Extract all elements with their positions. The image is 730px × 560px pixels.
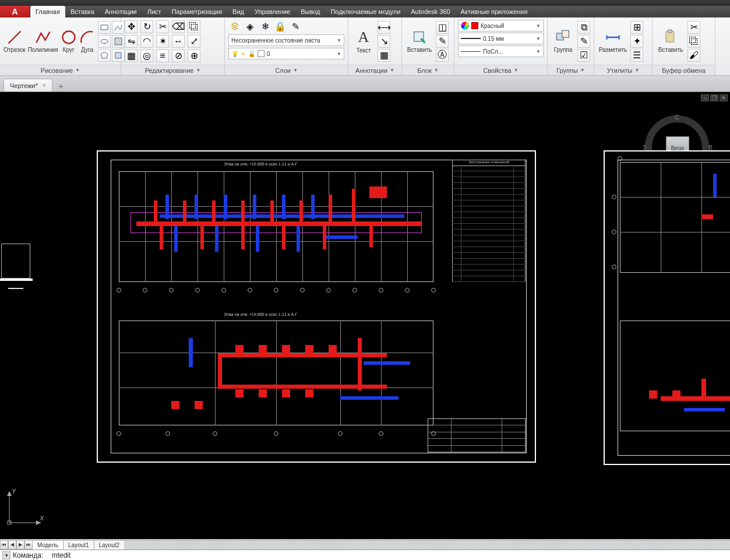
color-combo[interactable]: Красный▼ xyxy=(458,20,544,31)
menu-annotations[interactable]: Аннотации xyxy=(100,6,142,17)
lineweight-combo[interactable]: 0.15 мм▼ xyxy=(458,33,544,44)
mdi-min-icon[interactable]: – xyxy=(701,94,709,101)
menu-sheet[interactable]: Лист xyxy=(142,6,167,17)
floor-plan-upper: Этаж на отм. +16.000 в осях 1-11 и А-Г xyxy=(119,171,433,282)
break-icon[interactable]: ⊘ xyxy=(172,50,185,62)
array-icon[interactable]: ▦ xyxy=(125,50,137,62)
command-line[interactable]: ▾ Команда: mtedit xyxy=(0,550,730,560)
viewcube-west[interactable]: З xyxy=(643,145,646,151)
mdi-close-icon[interactable]: ✕ xyxy=(720,94,728,101)
line-button[interactable]: Отрезок xyxy=(3,21,26,62)
layer-props-icon[interactable] xyxy=(228,20,241,33)
tab-last-icon[interactable]: ⏭ xyxy=(24,540,33,550)
offset-icon[interactable]: ◎ xyxy=(140,50,153,62)
rect-icon[interactable] xyxy=(98,21,111,34)
title-block xyxy=(428,418,527,453)
tab-prev-icon[interactable]: ◀ xyxy=(8,540,16,550)
block-create-icon[interactable]: ◫ xyxy=(436,21,449,34)
insert-block-button[interactable]: Вставить xyxy=(405,21,433,62)
polyline-button[interactable]: Полилиния xyxy=(28,21,58,62)
move-icon[interactable]: ✥ xyxy=(125,20,137,33)
stretch-icon[interactable]: ↔ xyxy=(172,35,185,48)
layer-freeze-icon[interactable]: ❄ xyxy=(259,20,271,33)
menu-view[interactable]: Вид xyxy=(227,6,249,17)
model-viewport[interactable]: – ❐ ✕ Верх С Ю З В МСК ◎ ✋ 🔍 ⟲ ▤ Эксплик… xyxy=(0,92,730,539)
dim-linear-icon[interactable]: ⟷ xyxy=(378,21,390,34)
paste-button[interactable]: Вставить xyxy=(656,21,685,62)
arc-button[interactable]: Дуга xyxy=(79,21,96,62)
text-label: Текст xyxy=(356,47,371,54)
layer-state-combo[interactable]: Несохраненное состояние листа▼ xyxy=(228,34,344,46)
layer-match-icon[interactable]: ✎ xyxy=(289,20,302,33)
menu-active-apps[interactable]: Активные приложения xyxy=(456,6,533,17)
util-3-icon[interactable]: ☰ xyxy=(630,49,643,62)
block-edit-icon[interactable]: ✎ xyxy=(436,35,449,48)
group-sel-icon[interactable]: ☑ xyxy=(577,49,590,62)
panel-draw-title[interactable]: Рисование▼ xyxy=(0,65,121,75)
panel-layers-title[interactable]: Слои▼ xyxy=(225,65,348,75)
tab-layout2[interactable]: Layout2 xyxy=(94,540,125,550)
text-button[interactable]: AТекст xyxy=(352,21,375,62)
tab-layout1[interactable]: Layout1 xyxy=(63,540,94,550)
group-button[interactable]: Группа xyxy=(551,21,575,62)
menu-home[interactable]: Главная xyxy=(30,6,65,17)
panel-modify-title[interactable]: Редактирование▼ xyxy=(121,65,224,75)
menu-manage[interactable]: Управление xyxy=(249,6,295,17)
measure-button[interactable]: Разметить xyxy=(598,21,628,62)
tab-model[interactable]: Модель xyxy=(32,540,64,550)
copy-icon[interactable]: ⿻ xyxy=(188,20,200,33)
layer-lock-icon[interactable]: 🔒 xyxy=(274,20,287,33)
layer-current-combo[interactable]: 💡☀🔓0 ▼ xyxy=(228,48,344,59)
cut-icon[interactable]: ✂ xyxy=(687,21,700,34)
leader-icon[interactable]: ↘ xyxy=(378,35,390,48)
copy-clip-icon[interactable]: ⿻ xyxy=(687,35,700,48)
ellipse-icon[interactable] xyxy=(98,35,111,48)
app-menu-button[interactable]: A xyxy=(0,6,30,17)
menu-plugins[interactable]: Подключаемые модули xyxy=(325,6,405,17)
util-2-icon[interactable]: ✦ xyxy=(630,35,643,48)
panel-annot-title[interactable]: Аннотации▼ xyxy=(348,65,401,75)
rotate-icon[interactable]: ↻ xyxy=(140,20,153,33)
panel-groups-title[interactable]: Группы▼ xyxy=(548,65,594,75)
circle-button[interactable]: Круг xyxy=(61,21,77,62)
explode-icon[interactable]: ✶ xyxy=(156,35,169,48)
document-tabs: Чертежи*× + xyxy=(0,76,730,92)
panel-utils-title[interactable]: Утилиты▼ xyxy=(594,65,652,75)
polygon-icon[interactable] xyxy=(98,49,111,62)
mdi-restore-icon[interactable]: ❐ xyxy=(710,94,718,101)
util-1-icon[interactable]: ⊞ xyxy=(630,21,643,34)
menu-a360[interactable]: Autodesk 360 xyxy=(405,6,455,17)
new-tab-button[interactable]: + xyxy=(55,81,68,91)
tab-first-icon[interactable]: ⏮ xyxy=(0,540,8,550)
panel-layers: ◈ ❄ 🔒 ✎ Несохраненное состояние листа▼ 💡… xyxy=(225,17,348,75)
menu-insert[interactable]: Вставка xyxy=(65,6,100,17)
menu-param[interactable]: Параметризация xyxy=(167,6,227,17)
match-icon[interactable]: 🖌 xyxy=(687,49,700,62)
menu-output[interactable]: Вывод xyxy=(295,6,325,17)
ungroup-icon[interactable]: ⧉ xyxy=(577,21,590,34)
erase-icon[interactable]: ⌫ xyxy=(172,20,185,33)
viewcube-north[interactable]: С xyxy=(675,114,679,121)
mirror-icon[interactable]: ⇋ xyxy=(125,35,137,48)
cmd-history-icon[interactable]: ▾ xyxy=(2,551,10,559)
close-tab-icon[interactable]: × xyxy=(43,82,46,89)
viewcube-east[interactable]: В xyxy=(708,145,713,151)
layer-iso-icon[interactable]: ◈ xyxy=(244,20,256,33)
doc-tab-1[interactable]: Чертежи*× xyxy=(3,79,52,91)
fillet-icon[interactable]: ◠ xyxy=(140,35,153,48)
join-icon[interactable]: ⊕ xyxy=(188,50,200,62)
panel-props-title[interactable]: Свойства▼ xyxy=(454,65,547,75)
table-icon[interactable]: ▦ xyxy=(378,49,390,62)
block-attr-icon[interactable]: Ⓐ xyxy=(436,49,449,62)
linetype-combo[interactable]: ПоСл...▼ xyxy=(458,45,544,57)
scale-icon[interactable]: ⤢ xyxy=(188,35,200,48)
svg-rect-2 xyxy=(101,25,108,30)
cmd-text: mtedit xyxy=(52,551,71,559)
sheet-prev xyxy=(0,279,33,281)
tab-next-icon[interactable]: ▶ xyxy=(16,540,24,550)
align-icon[interactable]: ≡ xyxy=(156,50,169,62)
panel-block-title[interactable]: Блок▼ xyxy=(402,65,454,75)
group-edit-icon[interactable]: ✎ xyxy=(577,35,590,48)
ucs-icon[interactable]: X Y xyxy=(5,487,45,530)
trim-icon[interactable]: ✂ xyxy=(156,20,169,33)
